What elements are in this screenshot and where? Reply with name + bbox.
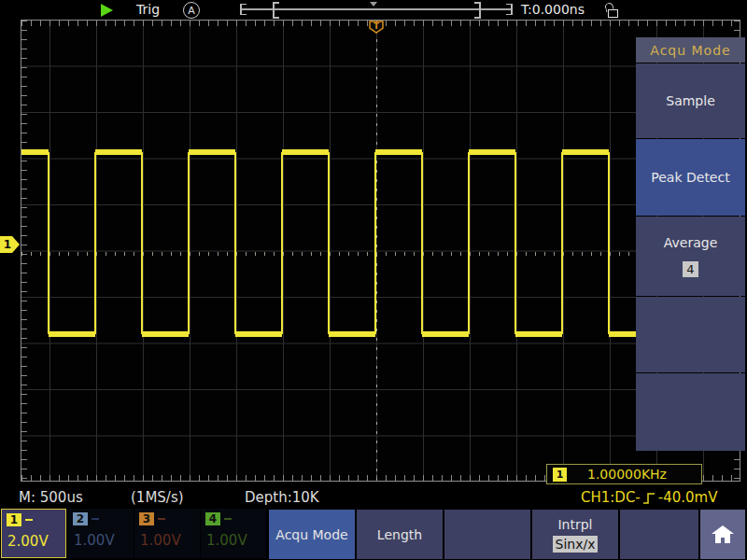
oscilloscope-screen: Trig A T:0.000ns T 1 Acqu Mode [0, 0, 747, 560]
run-play-icon [101, 4, 113, 17]
ch1-square-waveform [21, 21, 740, 481]
trig-status-label: Trig [136, 2, 160, 17]
acqu-mode-button[interactable]: Acqu Mode [269, 510, 355, 559]
freq-channel-badge: 1 [553, 468, 567, 482]
menu-item-sample[interactable]: Sample [636, 63, 745, 138]
trigger-time-offset: T:0.000ns [521, 2, 585, 17]
ch1-badge: 1 [7, 513, 21, 526]
ch2-coupling-dash [92, 518, 99, 520]
sample-rate-readout: (1MS/s) [131, 489, 184, 506]
trigger-level-text: -40.0mV [658, 489, 718, 506]
unlock-icon[interactable] [605, 3, 620, 18]
record-depth-readout: Depth:10K [245, 489, 319, 506]
channel-3-box[interactable]: 3 1.00V [134, 509, 200, 558]
freq-value: 1.00000KHz [587, 467, 667, 482]
auto-trigger-icon: A [183, 2, 200, 19]
frequency-counter: 1 1.00000KHz [546, 464, 702, 484]
ch3-scale: 1.00V [134, 525, 200, 549]
menu-item-average[interactable]: Average 4 [636, 217, 745, 296]
ch1-coupling-dash [25, 519, 33, 521]
home-button[interactable] [700, 510, 745, 559]
rising-edge-icon [642, 490, 656, 506]
home-icon [712, 525, 734, 543]
record-outer-right-bracket [506, 4, 513, 15]
ch3-coupling-dash [158, 518, 165, 520]
trigger-info-readout: CH1:DC- -40.0mV [581, 489, 717, 506]
blank-button-2 [620, 510, 698, 559]
ch4-coupling-dash [224, 518, 232, 520]
channel-1-box[interactable]: 1 2.00V [1, 509, 66, 558]
ch1-scale: 2.00V [2, 526, 65, 550]
record-outer-left-bracket [240, 4, 247, 15]
record-window-indicator [240, 2, 513, 16]
ch2-badge: 2 [73, 512, 88, 525]
channel-4-box[interactable]: 4 1.00V [201, 509, 266, 558]
menu-title: Acqu Mode [636, 37, 745, 63]
menu-item-blank-1 [636, 297, 745, 372]
record-position-marker[interactable] [370, 2, 377, 7]
trigger-source-text: CH1:DC- [581, 489, 641, 506]
trigger-flag-letter: T [374, 21, 380, 31]
ch1-ground-marker[interactable]: 1 [0, 236, 20, 253]
auto-trigger-letter: A [188, 5, 195, 17]
trigger-position-marker[interactable]: T [369, 21, 384, 34]
average-count-value[interactable]: 4 [683, 261, 698, 277]
intrpl-value: Sinx/x [553, 536, 599, 553]
channel-2-box[interactable]: 2 1.00V [68, 509, 134, 558]
length-button[interactable]: Length [357, 510, 443, 559]
ch2-scale: 1.00V [68, 525, 134, 549]
acquire-menu-panel: Acqu Mode Sample Peak Detect Average 4 [636, 37, 745, 451]
menu-item-blank-2 [636, 373, 745, 451]
ch4-scale: 1.00V [201, 525, 266, 549]
ch3-badge: 3 [139, 512, 154, 525]
record-line [240, 8, 513, 10]
intrpl-button[interactable]: Intrpl Sinx/x [532, 510, 618, 559]
timebase-readout: M: 500us [19, 489, 83, 506]
record-inner-right-bracket [474, 2, 481, 19]
record-inner-left-bracket [273, 2, 279, 19]
ch4-badge: 4 [205, 512, 220, 525]
menu-item-peak-detect[interactable]: Peak Detect [636, 139, 745, 216]
waveform-display: T [21, 20, 740, 482]
blank-button-1 [444, 510, 530, 559]
